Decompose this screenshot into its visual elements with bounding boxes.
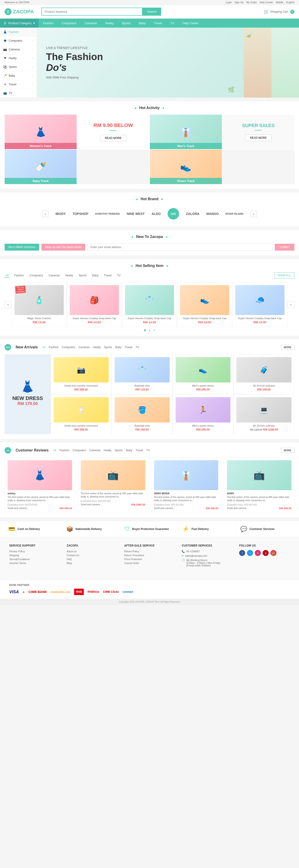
arr-tab-all[interactable]: All: [42, 346, 46, 349]
social-facebook[interactable]: f: [239, 550, 245, 556]
shop-all-btn[interactable]: SHOP ALL: [274, 273, 294, 278]
product-category-btn[interactable]: ☰ Product Category ▾: [0, 19, 39, 28]
social-twitter[interactable]: t: [247, 550, 253, 556]
arr-product-8[interactable]: 💻 90 24-inch suitcase RM 1288.00 RM 1288…: [233, 394, 294, 434]
footer-contact[interactable]: Contact Us: [67, 554, 117, 557]
voucher-btn[interactable]: Get A RM20 Vouchers: [5, 244, 39, 251]
rev-tab-computers[interactable]: Computers: [72, 449, 86, 452]
brand-ibody[interactable]: IBODY: [56, 212, 66, 216]
nav-healty[interactable]: Healty: [101, 19, 118, 28]
sidebar-item-fashion[interactable]: 👗 Fashion ›: [0, 28, 37, 36]
sidebar-item-sports[interactable]: ⚽ Sports ›: [0, 63, 37, 71]
brand-aldo[interactable]: ALDO: [151, 212, 161, 216]
sidebar-item-cameras[interactable]: 📷 Cameras ›: [0, 45, 37, 54]
womens-track-item[interactable]: 👗 Women's Track: [5, 115, 77, 149]
nav-help[interactable]: Help Center: [178, 19, 203, 28]
arr-tab-tv[interactable]: TV: [136, 346, 139, 349]
arr-product-1[interactable]: 📷 Small ants camera movement RM 399.00: [51, 354, 112, 394]
mobile-link[interactable]: Mobile: [276, 1, 283, 4]
brand-prev-btn[interactable]: ‹: [42, 211, 49, 217]
arr-product-2[interactable]: 👕 Baseball shirt RM 129.00: [112, 354, 173, 394]
footer-shipping[interactable]: Shipping: [9, 554, 60, 557]
review-card-4[interactable]: 📺 SONY The first motion of the camera, p…: [224, 457, 294, 513]
nav-fashion[interactable]: Fashion: [39, 19, 58, 28]
rev-tab-baby[interactable]: Baby: [126, 449, 132, 452]
product-card-5[interactable]: 🧢 Super Heroes Cosplay Snap-back Cap RM …: [232, 282, 288, 327]
footer-about[interactable]: About us: [67, 550, 117, 553]
logo[interactable]: Z ZACOPA: [5, 8, 37, 15]
brand-dorothy[interactable]: DOROTHY PERKINS: [95, 212, 120, 215]
arr-product-5[interactable]: 🥛 Small ants camera movement RM 399.00: [51, 394, 112, 434]
tab-sports[interactable]: Sports: [78, 273, 87, 278]
login-link[interactable]: Login: [226, 1, 232, 4]
brand-riverisland[interactable]: RIVER ISLAND: [226, 212, 243, 215]
product-card-3[interactable]: 👕 Super Heroes Cosplay Snap-back Cap RM …: [122, 282, 177, 327]
baby-track-item[interactable]: 🍼 Baby Track: [5, 150, 77, 184]
shoes-track-item[interactable]: 👟 Shoes Track: [150, 150, 222, 184]
arr-tab-travel[interactable]: Travel: [125, 346, 132, 349]
brand-mango[interactable]: MANGO: [206, 212, 219, 216]
sidebar-item-computers[interactable]: 💻 Computers ›: [0, 36, 37, 45]
arr-tab-baby[interactable]: Baby: [115, 346, 121, 349]
nav-cameras[interactable]: Cameras: [81, 19, 101, 28]
brand-next-btn[interactable]: ›: [250, 211, 257, 217]
submit-btn[interactable]: SUBMIT: [275, 244, 294, 251]
signup-link[interactable]: Sign Up: [235, 1, 243, 4]
mens-track-item[interactable]: 👔 Men's Track: [150, 115, 222, 149]
trend-btn[interactable]: Keep up with the latest trends: [41, 244, 85, 251]
nav-travel[interactable]: Travel: [150, 19, 167, 28]
cart[interactable]: 🛒 Shopping Cart 0: [264, 9, 294, 14]
email-input[interactable]: [87, 244, 272, 251]
footer-return-policy[interactable]: Return Policy: [124, 550, 175, 553]
sidebar-item-travel[interactable]: ✈ Travel ›: [0, 80, 37, 89]
search-button[interactable]: Search: [143, 8, 161, 16]
review-card-2[interactable]: 📺 The first motion of the camera, priced…: [78, 457, 148, 513]
tab-tv[interactable]: TV: [116, 273, 121, 278]
tab-healty[interactable]: Healty: [64, 273, 74, 278]
rev-tab-travel[interactable]: Travel: [136, 449, 143, 452]
social-instagram[interactable]: in: [255, 550, 261, 556]
language-link[interactable]: English: [286, 1, 294, 4]
tab-computers[interactable]: Computers: [29, 273, 44, 278]
arr-product-6[interactable]: 🪣 Baseball shirt RM 168.00: [112, 394, 173, 434]
search-input[interactable]: [41, 8, 143, 16]
help-center-link[interactable]: Help Center: [260, 1, 273, 4]
tab-travel[interactable]: Travel: [103, 273, 112, 278]
nav-baby[interactable]: Baby: [134, 19, 150, 28]
arr-tab-sports[interactable]: Sports: [104, 346, 112, 349]
rev-tab-cameras[interactable]: Cameras: [89, 449, 100, 452]
nav-sports[interactable]: Sports: [118, 19, 135, 28]
product-card-1[interactable]: The onlyOfficialDistributor 🧴 Magic Snow…: [11, 282, 67, 327]
read-more-btn-1[interactable]: READ MORE: [100, 135, 127, 141]
rev-tab-all[interactable]: All: [53, 449, 56, 452]
sidebar-item-baby[interactable]: 🍼 Baby ›: [0, 71, 37, 80]
footer-terms[interactable]: Terms&Conditions: [9, 558, 60, 561]
product-card-2[interactable]: 🎒 Super Heroes Cosplay Snap-back Cap RM …: [67, 282, 122, 327]
carousel-next-btn[interactable]: ›: [288, 301, 294, 308]
rev-tab-healty[interactable]: Healty: [104, 449, 112, 452]
arr-tab-fashion[interactable]: Fashion: [49, 346, 59, 349]
carousel-prev-btn[interactable]: ‹: [5, 301, 11, 308]
arr-product-4[interactable]: 🧳 90 24-inch suitcase RM 349.00: [233, 354, 294, 394]
arrivals-more-btn[interactable]: MORE: [281, 345, 294, 350]
read-more-btn-2[interactable]: READ MORE: [245, 135, 272, 141]
tab-fashion[interactable]: Fashion: [13, 273, 25, 278]
arr-product-3[interactable]: 👟 Men's sports shoes RM 299.00: [173, 354, 234, 394]
arrivals-hero[interactable]: 👗 NEW DRESS RM 179.00: [5, 354, 51, 434]
footer-privacy[interactable]: Privacy Policy: [9, 550, 60, 553]
social-pinterest[interactable]: p: [263, 550, 269, 556]
tab-all[interactable]: All: [5, 273, 9, 278]
brand-rubi[interactable]: rubi: [168, 208, 179, 220]
product-card-4[interactable]: 👟 Super Heroes Cosplay Snap-back Cap RM …: [177, 282, 232, 327]
footer-faq[interactable]: FAQ: [67, 558, 117, 561]
arr-tab-cameras[interactable]: Cameras: [79, 346, 90, 349]
rev-tab-tv[interactable]: TV: [146, 449, 150, 452]
rev-tab-fashion[interactable]: Fashion: [60, 449, 69, 452]
arr-tab-computers[interactable]: Computers: [62, 346, 75, 349]
tab-baby[interactable]: Baby: [91, 273, 99, 278]
footer-cancel-order[interactable]: Cancel Order: [124, 562, 175, 564]
brand-ninewest[interactable]: NINE WEST: [127, 212, 145, 216]
footer-return-procedure[interactable]: Return Procedure: [124, 554, 175, 557]
banner[interactable]: LIVE A TRENDY LIFESTYLE The Fashion Do's…: [37, 28, 299, 98]
review-card-1[interactable]: 👗 ashley The first motion of the camera,…: [5, 457, 75, 513]
